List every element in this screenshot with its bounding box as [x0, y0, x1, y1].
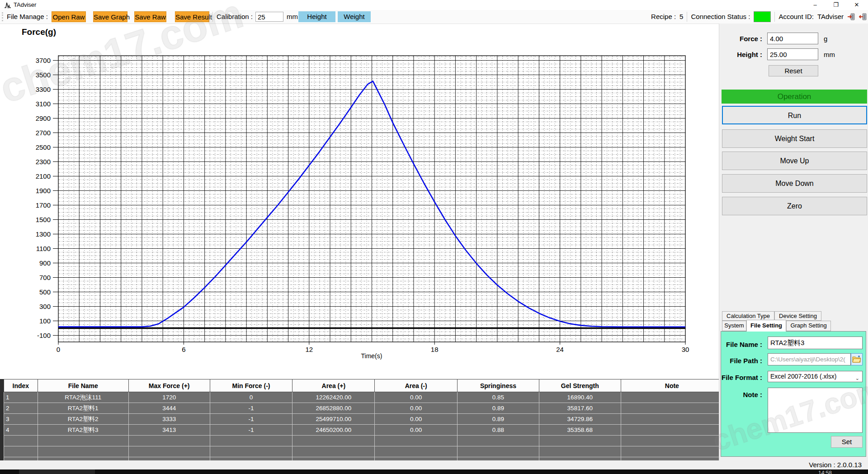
- zero-button[interactable]: Zero: [722, 197, 867, 215]
- tab-file-setting[interactable]: File Setting: [746, 320, 786, 332]
- axis-tick-label: 12: [305, 346, 313, 353]
- account-id-label: Account ID:: [778, 10, 814, 24]
- x-axis-label: Time(s): [349, 352, 394, 360]
- reset-button[interactable]: Reset: [769, 65, 818, 76]
- toolbar-grip[interactable]: [2, 12, 3, 21]
- run-button[interactable]: Run: [722, 106, 867, 124]
- calibration-unit: mm: [287, 10, 298, 24]
- axis-tick-label: 2100: [36, 172, 51, 180]
- toolbar-button-weight[interactable]: Weight: [338, 11, 371, 22]
- table-cell: RTA2塑料1: [38, 403, 128, 414]
- table-header-file-name[interactable]: File Name: [38, 379, 128, 392]
- tab-system[interactable]: System: [722, 321, 746, 331]
- file-format-select[interactable]: Excel 2007-2016 (.xlsx) ⌄: [768, 371, 863, 382]
- file-path-input[interactable]: [768, 353, 851, 365]
- force-input[interactable]: [767, 33, 818, 44]
- note-textarea[interactable]: [768, 388, 863, 433]
- force-time-chart: 3700350033003100290027002500230021001900…: [0, 24, 719, 379]
- tab-graph-setting[interactable]: Graph Setting: [786, 321, 831, 331]
- table-cell: [539, 436, 621, 446]
- table-cell: [210, 446, 292, 457]
- table-cell: -1: [210, 414, 292, 425]
- login-icon[interactable]: [847, 13, 855, 21]
- table-cell: 3: [4, 414, 38, 425]
- table-row[interactable]: 2RTA2塑料13444-126852880.000.000.8935817.6…: [4, 403, 723, 414]
- table-cell: 0: [210, 392, 292, 403]
- browse-folder-button[interactable]: [851, 353, 863, 365]
- table-row[interactable]: 1RTA2泡沫1111720012262420.000.000.8516890.…: [4, 392, 723, 403]
- table-header-gel-strength[interactable]: Gel Strength: [539, 379, 621, 392]
- table-cell: 3333: [128, 414, 210, 425]
- table-cell: 24650200.00: [292, 425, 375, 436]
- table-cell: 3413: [128, 425, 210, 436]
- toolbar-button-save-graph[interactable]: Save Graph: [93, 11, 127, 22]
- tab-device-setting[interactable]: Device Setting: [774, 311, 821, 321]
- table-cell: 34729.86: [539, 414, 621, 425]
- recipe-value: 5: [679, 10, 683, 24]
- result-table[interactable]: IndexFile NameMax Force (+)Min Force (-)…: [4, 379, 723, 468]
- table-cell: [621, 436, 723, 446]
- table-header-row: IndexFile NameMax Force (+)Min Force (-)…: [4, 379, 723, 392]
- table-cell: 35358.68: [539, 425, 621, 436]
- table-cell: RTA2塑料2: [38, 414, 128, 425]
- table-row[interactable]: 4RTA2塑料33413-124650200.000.000.8835358.6…: [4, 425, 723, 436]
- set-button[interactable]: Set: [831, 436, 863, 448]
- calibration-input[interactable]: [255, 12, 283, 22]
- axis-tick-label: 900: [39, 259, 51, 267]
- axis-tick-label: 18: [431, 346, 439, 353]
- table-cell: [128, 446, 210, 457]
- table-header-min-force---[interactable]: Min Force (-): [210, 379, 292, 392]
- toolbar-button-height[interactable]: Height: [298, 11, 335, 22]
- table-cell: RTA2泡沫111: [38, 392, 128, 403]
- operation-header: Operation: [722, 90, 867, 104]
- table-cell: 1720: [128, 392, 210, 403]
- table-header-springiness[interactable]: Springiness: [458, 379, 539, 392]
- table-cell: [621, 425, 723, 436]
- tab-calculation-type[interactable]: Calculation Type: [722, 311, 774, 321]
- table-cell: 1: [4, 392, 38, 403]
- table-header-max-force-+-[interactable]: Max Force (+): [128, 379, 210, 392]
- toolbar-button-save-raw[interactable]: Save Raw: [134, 11, 166, 22]
- table-row-empty[interactable]: [4, 446, 723, 457]
- logout-icon[interactable]: [859, 13, 867, 21]
- title-bar: TAdviser – ❐ ✕: [0, 0, 868, 10]
- taskbar[interactable]: 14:58: [0, 469, 868, 474]
- minimize-button[interactable]: –: [805, 0, 826, 10]
- table-row[interactable]: 3RTA2塑料23333-125499710.000.000.8934729.8…: [4, 414, 723, 425]
- table-cell: [621, 414, 723, 425]
- axis-tick-label: 100: [39, 317, 51, 325]
- file-manage-label: File Manage :: [7, 10, 48, 24]
- close-button[interactable]: ✕: [846, 0, 867, 10]
- axis-tick-label: 1900: [36, 187, 51, 194]
- move-down-button[interactable]: Move Down: [722, 174, 867, 193]
- move-up-button[interactable]: Move Up: [722, 152, 867, 170]
- height-unit: mm: [824, 51, 835, 58]
- open-folder-icon: [852, 355, 861, 363]
- table-header-area---[interactable]: Area (-): [375, 379, 458, 392]
- table-row-empty[interactable]: [4, 436, 723, 446]
- table-cell: [4, 446, 38, 457]
- axis-tick-label: 3500: [36, 71, 51, 79]
- file-name-input[interactable]: [768, 337, 863, 349]
- table-header-area-+-[interactable]: Area (+): [292, 379, 375, 392]
- taskbar-app-segment[interactable]: [19, 469, 95, 474]
- axis-tick-label: -100: [37, 332, 51, 339]
- toolbar-button-open-raw[interactable]: Open Raw: [52, 11, 86, 22]
- version-text: Version : 2.0.0.13: [809, 460, 862, 469]
- table-header-note[interactable]: Note: [621, 379, 723, 392]
- height-label: Height :: [723, 51, 762, 58]
- toolbar-button-save-result[interactable]: Save Result: [175, 11, 209, 22]
- table-cell: [4, 436, 38, 446]
- height-input[interactable]: [767, 48, 818, 60]
- table-cell: [38, 436, 128, 446]
- table-header-index[interactable]: Index: [4, 379, 38, 392]
- restore-button[interactable]: ❐: [826, 0, 846, 10]
- force-label: Force :: [723, 35, 762, 43]
- window-title: TAdviser: [14, 0, 36, 10]
- toolbar-separator: [774, 12, 775, 22]
- table-cell: 0.88: [458, 425, 539, 436]
- weight-start-button[interactable]: Weight Start: [722, 129, 867, 148]
- table-cell: [128, 436, 210, 446]
- connection-status-indicator: [754, 11, 771, 22]
- axis-tick-label: 1700: [36, 201, 51, 209]
